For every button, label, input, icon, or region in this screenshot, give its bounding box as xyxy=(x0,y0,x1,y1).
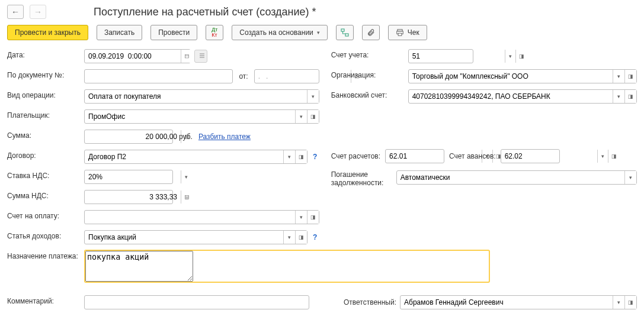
org-label: Организация: xyxy=(331,69,408,79)
advance-label: Счет авансов: xyxy=(449,152,496,160)
contract-input[interactable] xyxy=(85,150,283,163)
date-label: Дата: xyxy=(7,49,84,59)
purpose-label: Назначение платежа: xyxy=(7,250,84,260)
svg-rect-3 xyxy=(397,31,403,34)
bank-account-label: Банковский счет: xyxy=(331,89,408,99)
org-open[interactable]: ◨ xyxy=(624,70,636,83)
org-input[interactable] xyxy=(409,70,613,83)
payer-dropdown[interactable]: ▾ xyxy=(295,110,307,123)
create-based-button[interactable]: Создать на основании ▾ xyxy=(232,25,328,40)
svg-rect-0 xyxy=(341,29,344,31)
responsible-open[interactable]: ◨ xyxy=(624,296,636,309)
purpose-textarea[interactable] xyxy=(85,251,193,282)
paperclip-icon xyxy=(367,28,375,37)
from-label: от: xyxy=(236,72,250,80)
vat-rate-label: Ставка НДС: xyxy=(7,169,84,180)
income-item-input[interactable] xyxy=(85,231,283,244)
advance-dropdown[interactable]: ▾ xyxy=(597,150,608,163)
svg-rect-8 xyxy=(185,195,189,199)
post-button[interactable]: Провести xyxy=(150,25,197,40)
comment-input[interactable] xyxy=(85,296,309,309)
svg-rect-2 xyxy=(398,30,402,31)
attachment-button[interactable] xyxy=(362,25,380,40)
income-help[interactable]: ? xyxy=(311,233,319,241)
comment-label: Комментарий: xyxy=(7,295,84,305)
vat-amount-label: Сумма НДС: xyxy=(7,189,84,200)
payer-label: Плательщик: xyxy=(7,109,84,120)
responsible-input[interactable] xyxy=(401,296,613,309)
dt-kt-button[interactable]: ДтКт xyxy=(206,25,223,40)
account-code-dropdown[interactable]: ▾ xyxy=(505,50,515,63)
structure-button[interactable] xyxy=(336,25,354,40)
responsible-dropdown[interactable]: ▾ xyxy=(613,296,624,309)
printer-icon xyxy=(396,28,404,37)
invoice-label: Счет на оплату: xyxy=(7,209,84,220)
advance-input[interactable] xyxy=(501,150,597,163)
repayment-label: Погашение задолженности: xyxy=(331,168,396,187)
amount-label: Сумма: xyxy=(7,129,84,140)
contract-open[interactable]: ◨ xyxy=(295,150,307,163)
bank-account-dropdown[interactable]: ▾ xyxy=(613,90,624,103)
vat-amount-input[interactable] xyxy=(85,191,181,204)
schedule-button[interactable] xyxy=(194,50,207,63)
svg-rect-4 xyxy=(398,33,402,35)
svg-rect-1 xyxy=(345,34,348,36)
doc-no-label: По документу №: xyxy=(7,69,84,79)
invoice-dropdown[interactable]: ▾ xyxy=(295,211,307,224)
bank-account-open[interactable]: ◨ xyxy=(624,90,636,103)
account-code-label: Счет учета: xyxy=(331,49,408,59)
date-input[interactable] xyxy=(85,50,181,63)
account-code-open[interactable]: ◨ xyxy=(515,50,527,63)
split-payment-link[interactable]: Разбить платеж xyxy=(198,133,251,141)
calendar-icon xyxy=(185,53,189,60)
op-type-label: Вид операции: xyxy=(7,89,84,99)
list-icon xyxy=(198,52,206,59)
repayment-dropdown[interactable]: ▾ xyxy=(624,171,636,184)
income-item-open[interactable]: ◨ xyxy=(295,231,307,244)
doc-no-input[interactable] xyxy=(85,70,232,83)
contract-help[interactable]: ? xyxy=(311,153,319,161)
amount-input[interactable] xyxy=(85,130,181,143)
invoice-input[interactable] xyxy=(85,211,295,224)
contract-label: Договор: xyxy=(7,149,84,160)
nav-back-button[interactable]: ← xyxy=(7,5,24,19)
account-code-input[interactable] xyxy=(409,50,505,63)
cheque-button[interactable]: Чек xyxy=(388,25,427,40)
income-item-label: Статья доходов: xyxy=(7,230,84,240)
advance-open[interactable]: ◨ xyxy=(608,150,620,163)
invoice-open[interactable]: ◨ xyxy=(307,211,319,224)
vat-rate-input[interactable] xyxy=(85,170,181,183)
income-item-dropdown[interactable]: ▾ xyxy=(283,231,295,244)
settle-label: Счет расчетов: xyxy=(331,152,380,160)
payer-input[interactable] xyxy=(85,110,295,123)
chevron-down-icon: ▾ xyxy=(317,30,320,35)
op-type-dropdown[interactable]: ▾ xyxy=(307,90,319,103)
repayment-input[interactable] xyxy=(397,171,624,184)
rub-label: руб. xyxy=(177,133,195,141)
vat-rate-dropdown[interactable]: ▾ xyxy=(181,170,191,183)
op-type-input[interactable] xyxy=(85,90,307,103)
bank-account-input[interactable] xyxy=(409,90,613,103)
org-dropdown[interactable]: ▾ xyxy=(613,70,624,83)
page-title: Поступление на расчетный счет (создание)… xyxy=(94,6,316,18)
post-and-close-button[interactable]: Провести и закрыть xyxy=(7,25,88,40)
calculator-icon xyxy=(185,194,189,201)
write-button[interactable]: Записать xyxy=(97,25,142,40)
responsible-label: Ответственный: xyxy=(344,298,396,306)
calendar-button[interactable] xyxy=(181,50,193,63)
debit-credit-icon: ДтКт xyxy=(212,27,217,38)
vat-amount-calc[interactable] xyxy=(181,191,193,204)
payer-open[interactable]: ◨ xyxy=(307,110,319,123)
nav-forward-button[interactable]: → xyxy=(30,5,46,19)
svg-rect-5 xyxy=(185,55,189,58)
tree-icon xyxy=(341,28,349,37)
contract-dropdown[interactable]: ▾ xyxy=(283,150,295,163)
